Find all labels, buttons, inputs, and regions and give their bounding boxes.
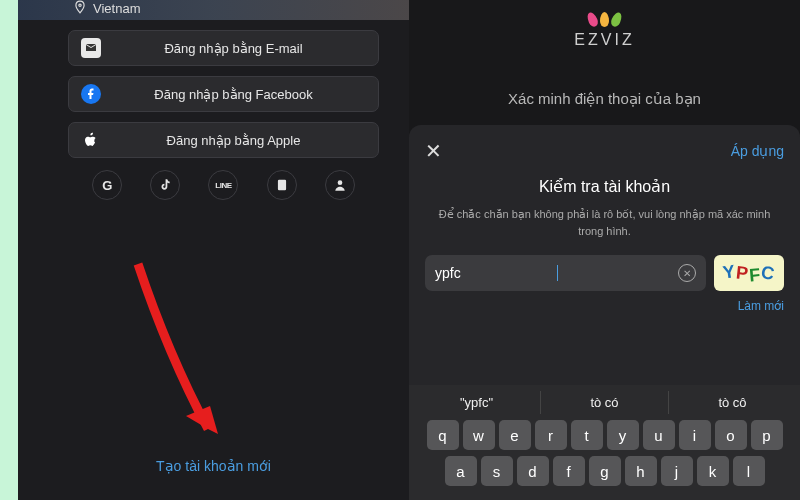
key-o[interactable]: o <box>715 420 747 450</box>
country-label: Vietnam <box>93 1 140 16</box>
login-line-button[interactable]: LINE <box>208 170 238 200</box>
clear-input-button[interactable]: ✕ <box>678 264 696 282</box>
key-h[interactable]: h <box>625 456 657 486</box>
tiktok-icon <box>158 178 172 192</box>
login-facebook-button[interactable]: Đăng nhập bằng Facebook <box>68 76 379 112</box>
key-w[interactable]: w <box>463 420 495 450</box>
key-p[interactable]: p <box>751 420 783 450</box>
close-button[interactable]: ✕ <box>425 139 442 163</box>
keyboard: "ypfc" tò có tò cô q w e r t y u i o p a… <box>409 385 800 500</box>
login-button-group: Đăng nhập bằng E-mail Đăng nhập bằng Fac… <box>68 30 379 158</box>
login-google-button[interactable]: G <box>92 170 122 200</box>
key-k[interactable]: k <box>697 456 729 486</box>
captcha-screen: EZVIZ Xác minh điện thoại của bạn ✕ Áp d… <box>409 0 800 500</box>
login-facebook-label: Đăng nhập bằng Facebook <box>101 87 366 102</box>
login-tiktok-button[interactable] <box>150 170 180 200</box>
key-u[interactable]: u <box>643 420 675 450</box>
login-email-label: Đăng nhập bằng E-mail <box>101 41 366 56</box>
apple-icon <box>81 130 101 150</box>
key-r[interactable]: r <box>535 420 567 450</box>
login-apple-button[interactable]: Đăng nhập bằng Apple <box>68 122 379 158</box>
svg-point-2 <box>338 180 343 185</box>
alt-login-row: G LINE <box>68 170 379 200</box>
login-screen: Vietnam Đăng nhập bằng E-mail Đăng nhập … <box>18 0 409 500</box>
verify-phone-title: Xác minh điện thoại của bạn <box>409 90 800 108</box>
suggestion-2[interactable]: tò có <box>540 391 668 414</box>
annotation-arrow-icon <box>118 254 238 454</box>
suggestion-1[interactable]: "ypfc" <box>413 391 540 414</box>
key-l[interactable]: l <box>733 456 765 486</box>
brand-logo-icon <box>588 12 621 27</box>
country-selector[interactable]: Vietnam <box>73 0 140 17</box>
captcha-input-value: ypfc <box>435 265 556 281</box>
captcha-image: YPFC <box>714 255 784 291</box>
login-book-button[interactable] <box>267 170 297 200</box>
user-icon <box>333 178 347 192</box>
sheet-description: Để chắc chắn bạn không phải là rô bốt, v… <box>425 206 784 239</box>
refresh-captcha-link[interactable]: Làm mới <box>425 299 784 313</box>
key-a[interactable]: a <box>445 456 477 486</box>
key-g[interactable]: g <box>589 456 621 486</box>
book-icon <box>275 178 289 192</box>
svg-point-0 <box>79 4 81 6</box>
svg-rect-1 <box>278 180 286 191</box>
key-t[interactable]: t <box>571 420 603 450</box>
key-d[interactable]: d <box>517 456 549 486</box>
facebook-icon <box>81 84 101 104</box>
captcha-input[interactable]: ypfc ✕ <box>425 255 706 291</box>
decorative-border <box>0 0 18 500</box>
key-i[interactable]: i <box>679 420 711 450</box>
pin-icon <box>73 0 87 17</box>
suggestion-3[interactable]: tò cô <box>668 391 796 414</box>
create-account-link[interactable]: Tạo tài khoản mới <box>18 458 409 474</box>
mail-icon <box>81 38 101 58</box>
key-j[interactable]: j <box>661 456 693 486</box>
login-email-button[interactable]: Đăng nhập bằng E-mail <box>68 30 379 66</box>
apply-button[interactable]: Áp dụng <box>731 143 784 159</box>
sheet-title: Kiểm tra tài khoản <box>425 177 784 196</box>
key-f[interactable]: f <box>553 456 585 486</box>
key-e[interactable]: e <box>499 420 531 450</box>
key-y[interactable]: y <box>607 420 639 450</box>
login-apple-label: Đăng nhập bằng Apple <box>101 133 366 148</box>
key-s[interactable]: s <box>481 456 513 486</box>
brand-header: EZVIZ <box>409 12 800 49</box>
text-cursor <box>557 265 558 281</box>
brand-name: EZVIZ <box>574 31 634 49</box>
key-q[interactable]: q <box>427 420 459 450</box>
key-row-2: a s d f g h j k l <box>413 456 796 486</box>
key-row-1: q w e r t y u i o p <box>413 420 796 450</box>
suggestion-row: "ypfc" tò có tò cô <box>413 391 796 414</box>
login-user-button[interactable] <box>325 170 355 200</box>
